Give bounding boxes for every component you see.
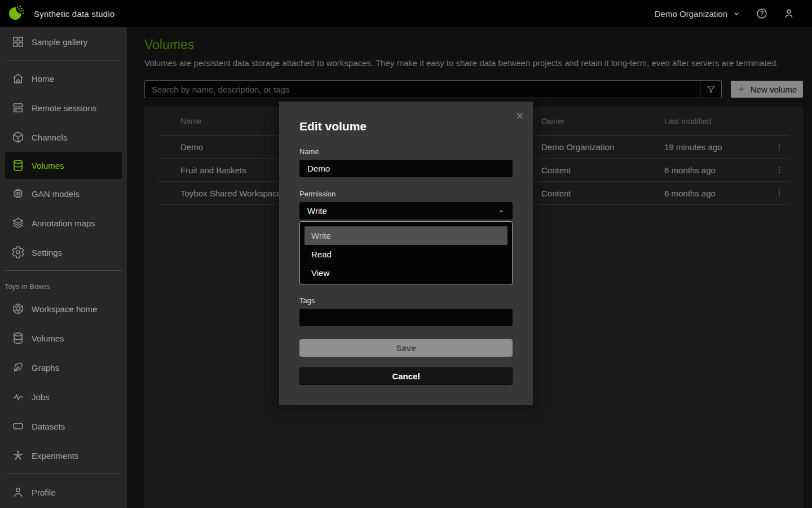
option-view[interactable]: View — [304, 264, 508, 282]
sidebar-item-workspace-volumes[interactable]: Volumes — [0, 323, 127, 353]
sidebar-item-label: GAN models — [32, 189, 80, 199]
sidebar: Sample gallery Home Remote sessions — [0, 27, 127, 508]
sidebar-item-jobs[interactable]: Jobs — [0, 382, 127, 411]
sidebar-item-label: Experiments — [32, 451, 78, 461]
gear-icon — [11, 246, 25, 259]
sidebar-item-remote-sessions[interactable]: Remote sessions — [0, 93, 127, 122]
sidebar-item-label: Graphs — [32, 363, 59, 373]
sidebar-item-label: Profile — [32, 488, 56, 497]
asterisk-icon — [11, 449, 25, 462]
sidebar-item-label: Channels — [32, 133, 67, 142]
close-button[interactable] — [515, 111, 525, 121]
layers-icon — [11, 216, 25, 230]
cube-icon — [11, 130, 25, 144]
tags-label: Tags — [299, 296, 513, 305]
sidebar-item-home[interactable]: Home — [0, 64, 127, 93]
sidebar-item-volumes[interactable]: Volumes — [5, 152, 122, 179]
sidebar-item-label: Settings — [32, 248, 62, 257]
sidebar-divider — [5, 474, 122, 474]
sidebar-divider — [5, 60, 122, 60]
sidebar-item-channels[interactable]: Channels — [0, 122, 127, 152]
server-icon — [11, 101, 25, 115]
sidebar-item-label: Datasets — [32, 422, 65, 431]
app-logo-icon — [8, 4, 25, 23]
sidebar-item-label: Home — [32, 74, 54, 84]
pen-nib-icon — [11, 361, 25, 374]
app-root: Synthetic data studio Demo Organization — [0, 0, 812, 508]
name-field[interactable] — [299, 160, 513, 177]
sidebar-item-label: Sample gallery — [32, 37, 87, 47]
cancel-button[interactable]: Cancel — [299, 367, 513, 385]
name-label: Name — [299, 147, 513, 156]
sidebar-item-label: Jobs — [32, 392, 50, 402]
person-icon — [11, 485, 25, 499]
sidebar-item-gan-models[interactable]: GAN models — [0, 179, 127, 208]
sidebar-section-label: Toys in Boxes — [0, 274, 127, 294]
sidebar-item-experiments[interactable]: Experiments — [0, 441, 127, 470]
organization-name: Demo Organization — [655, 9, 727, 19]
organization-selector[interactable]: Demo Organization — [655, 9, 741, 19]
option-write[interactable]: Write — [304, 226, 508, 245]
permission-select[interactable]: Write — [299, 202, 513, 220]
top-bar: Synthetic data studio Demo Organization — [0, 0, 812, 27]
sidebar-item-annotation-maps[interactable]: Annotation maps — [0, 208, 127, 238]
sidebar-item-workspace-home[interactable]: Workspace home — [0, 294, 127, 323]
pulse-icon — [11, 390, 25, 404]
help-icon — [756, 7, 768, 20]
grid-icon — [11, 35, 25, 49]
home-icon — [11, 72, 25, 85]
drive-icon — [11, 419, 25, 433]
sidebar-item-datasets[interactable]: Datasets — [0, 411, 127, 441]
modal-title: Edit volume — [299, 120, 513, 133]
sidebar-item-label: Volumes — [32, 334, 64, 343]
permission-selected-value: Write — [307, 206, 327, 216]
edit-volume-modal: Edit volume Name Permission Write Write … — [279, 102, 533, 405]
sidebar-item-label: Annotation maps — [32, 218, 95, 228]
sidebar-item-label: Remote sessions — [32, 103, 96, 113]
app-title: Synthetic data studio — [34, 9, 114, 19]
permission-label: Permission — [299, 190, 513, 198]
database-icon — [11, 159, 25, 172]
sidebar-item-label: Volumes — [32, 161, 64, 170]
permission-options-list: Write Read View — [299, 221, 513, 285]
sidebar-divider — [5, 270, 122, 271]
polyhedron-icon — [11, 302, 25, 316]
sidebar-item-graphs[interactable]: Graphs — [0, 353, 127, 382]
close-icon — [515, 111, 525, 121]
chevron-up-icon — [497, 207, 506, 216]
account-button[interactable] — [783, 7, 795, 20]
sidebar-item-profile[interactable]: Profile — [0, 478, 127, 507]
chevron-down-icon — [732, 9, 741, 18]
tags-field[interactable] — [299, 309, 513, 326]
sidebar-item-settings[interactable]: Settings — [0, 238, 127, 267]
help-button[interactable] — [756, 7, 768, 20]
sidebar-item-label: Workspace home — [32, 304, 97, 314]
person-icon — [783, 7, 795, 20]
sidebar-item-sample-gallery[interactable]: Sample gallery — [0, 27, 127, 56]
chip-icon — [11, 187, 25, 200]
database-icon — [11, 331, 25, 345]
option-read[interactable]: Read — [304, 245, 508, 264]
save-button[interactable]: Save — [299, 339, 513, 357]
